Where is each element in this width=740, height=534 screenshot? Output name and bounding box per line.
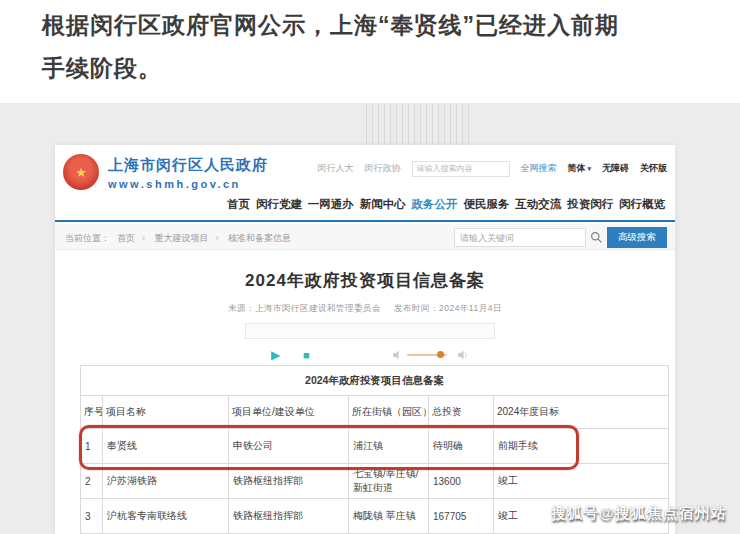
- table-row-husuhu-railway: 2 沪苏湖铁路 铁路枢纽指挥部 七宝镇/莘庄镇/新虹街道 13600 竣工: [81, 464, 669, 499]
- watermark-text: 搜狐号@搜狐焦点宿州站: [551, 504, 727, 523]
- col-index: 序号: [81, 396, 103, 429]
- doc-meta: 来源：上海市闵行区建设和管理委员会 发布时间：2024年11月4日: [55, 303, 675, 315]
- audio-player-controls: ▶ ■: [245, 346, 495, 366]
- site-title: 上海市闵行区人民政府: [108, 156, 268, 175]
- nav-home[interactable]: 首页: [227, 197, 250, 212]
- search-icon[interactable]: [590, 231, 603, 244]
- col-investment: 总投资: [429, 396, 494, 429]
- nav-news[interactable]: 新闻中心: [360, 197, 406, 212]
- col-unit: 项目单位/建设单位: [229, 396, 349, 429]
- link-renda[interactable]: 闵行人大: [318, 162, 354, 175]
- breadcrumb: 当前位置： 首页 重大建设项目 核准和备案信息: [65, 232, 291, 245]
- nav-services[interactable]: 便民服务: [463, 197, 509, 212]
- site-header: ★ 上海市闵行区人民政府 www.shmh.gov.cn 闵行人大 闵行政协 全…: [55, 145, 675, 222]
- volume-high-icon: [458, 350, 469, 360]
- table-row-fengxian-line: 1 奉贤线 申铁公司 浦江镇 待明确 前期手续: [81, 429, 669, 464]
- col-town: 所在街镇（园区）: [349, 396, 429, 429]
- national-emblem-logo: ★: [63, 154, 99, 190]
- advanced-search-button[interactable]: 高级搜索: [607, 227, 667, 248]
- breadcrumb-filing-info[interactable]: 核准和备案信息: [216, 232, 292, 245]
- play-icon[interactable]: ▶: [271, 347, 280, 363]
- breadcrumb-major-projects[interactable]: 重大建设项目: [142, 232, 209, 245]
- nav-interaction[interactable]: 互动交流: [515, 197, 561, 212]
- col-project-name: 项目名称: [103, 396, 229, 429]
- table-header-row: 序号 项目名称 项目单位/建设单位 所在街镇（园区） 总投资 2024年度目标: [81, 396, 669, 429]
- col-2024-goal: 2024年度目标: [494, 396, 669, 429]
- keyword-search-area: 高级搜索: [454, 227, 667, 248]
- breadcrumb-bar: 当前位置： 首页 重大建设项目 核准和备案信息 高级搜索: [55, 224, 675, 250]
- site-url: www.shmh.gov.cn: [108, 178, 241, 190]
- gov-site-window: ★ 上海市闵行区人民政府 www.shmh.gov.cn 闵行人大 闵行政协 全…: [55, 145, 675, 534]
- language-switch[interactable]: 简体: [568, 162, 591, 175]
- keyword-search-input[interactable]: [454, 228, 586, 247]
- nav-party[interactable]: 闵行党建: [256, 197, 302, 212]
- doc-publish-date: 发布时间：2024年11月4日: [394, 303, 502, 313]
- accessibility-link[interactable]: 无障碍: [602, 162, 629, 175]
- site-search-button[interactable]: 全网搜索: [521, 162, 557, 175]
- stripe-decoration: [366, 104, 472, 150]
- table-caption: 2024年政府投资项目信息备案: [81, 366, 669, 396]
- audio-reader-bar: [245, 323, 495, 339]
- article-intro-text: 根据闵行区政府官网公示，上海“奉贤线”已经进入前期手续阶段。: [42, 4, 642, 90]
- header-top-links: 闵行人大 闵行政协 全网搜索 简体 无障碍 关怀版: [327, 160, 667, 177]
- nav-overview[interactable]: 闵行概览: [619, 197, 665, 212]
- header-search-input[interactable]: [412, 161, 510, 177]
- main-nav: 首页 闵行党建 一网通办 新闻中心 政务公开 便民服务 互动交流 投资闵行 闵行…: [227, 191, 665, 217]
- nav-invest[interactable]: 投资闵行: [567, 197, 613, 212]
- stop-icon[interactable]: ■: [303, 347, 310, 363]
- nav-gov-info[interactable]: 政务公开: [412, 197, 458, 212]
- breadcrumb-label: 当前位置：: [65, 232, 110, 245]
- care-mode-link[interactable]: 关怀版: [640, 162, 667, 175]
- volume-low-icon: [393, 350, 404, 360]
- nav-one-portal[interactable]: 一网通办: [308, 197, 354, 212]
- breadcrumb-home[interactable]: 首页: [117, 232, 135, 245]
- volume-slider-handle[interactable]: [437, 351, 444, 358]
- page-title: 2024年政府投资项目信息备案: [55, 269, 675, 292]
- link-zhengxie[interactable]: 闵行政协: [365, 162, 401, 175]
- doc-source: 来源：上海市闵行区建设和管理委员会: [228, 303, 381, 313]
